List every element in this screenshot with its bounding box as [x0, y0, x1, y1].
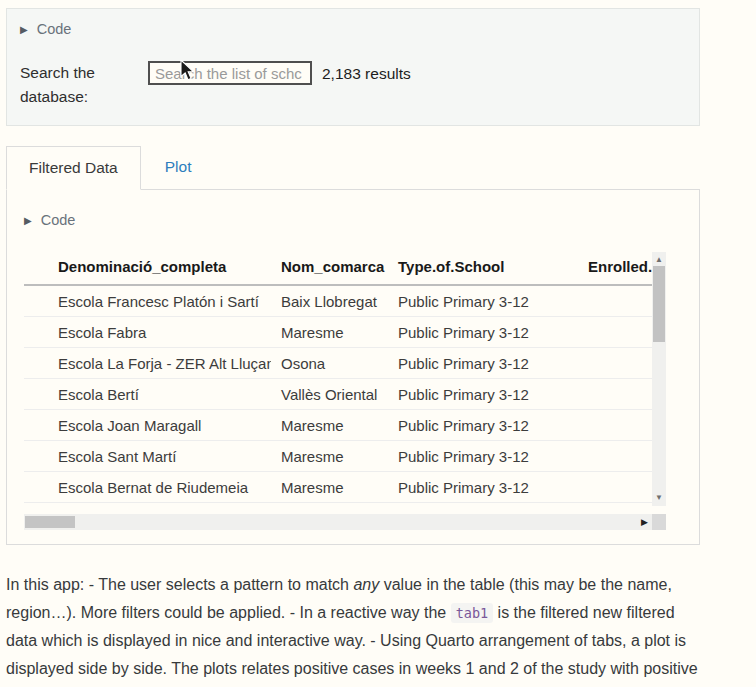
cell-school-type: Public Primary 3-12: [388, 472, 548, 503]
cell-school-type: Public Primary 3-12: [388, 441, 548, 472]
cell-enrolled: [548, 410, 666, 441]
cell-school-type: Public Primary 3-12: [388, 285, 548, 317]
tab-filtered-data[interactable]: Filtered Data: [6, 146, 141, 190]
collapsed-caret-icon: ▶: [20, 24, 28, 35]
cell-comarca: Maresme: [271, 317, 388, 348]
search-panel: ▶ Code Search the database: 2,183 result…: [6, 8, 700, 126]
cell-school-name: Escola Francesc Platón i Sartí: [24, 285, 271, 317]
search-form-row: Search the database: 2,183 results: [20, 61, 685, 109]
column-header-comarca[interactable]: Nom_comarca: [271, 252, 388, 285]
cell-school-name: Escola Fabra: [24, 317, 271, 348]
table-scroll-area: Denominació_completa Nom_comarca Type.of…: [24, 252, 666, 506]
scroll-right-icon[interactable]: ▶: [641, 514, 648, 530]
column-header-enrolled[interactable]: Enrolled.: [548, 252, 666, 285]
cell-enrolled: [548, 348, 666, 379]
code-fold-label: Code: [41, 212, 76, 228]
cell-school-name: Escola Sant Martí: [24, 441, 271, 472]
results-count: 2,183 results: [322, 61, 411, 86]
cell-comarca: Maresme: [271, 441, 388, 472]
table-header-row: Denominació_completa Nom_comarca Type.of…: [24, 252, 666, 285]
tab-plot[interactable]: Plot: [141, 146, 216, 189]
table-row: Escola Francesc Platón i Sartí Baix Llob…: [24, 285, 666, 317]
cell-school-type: Public Primary 3-12: [388, 317, 548, 348]
cell-school-name: Escola Bertí: [24, 379, 271, 410]
table-row: Escola Bernat de Riudemeia Maresme Publi…: [24, 472, 666, 503]
code-fold-toggle-top[interactable]: ▶ Code: [20, 21, 71, 37]
horizontal-scrollbar-thumb[interactable]: [25, 516, 75, 528]
horizontal-scrollbar[interactable]: ▶: [24, 514, 666, 530]
app-description: In this app: - The user selects a patter…: [6, 571, 702, 687]
filtered-data-table: Denominació_completa Nom_comarca Type.of…: [24, 252, 666, 503]
cell-enrolled: [548, 379, 666, 410]
cell-comarca: Baix Llobregat: [271, 285, 388, 317]
cell-comarca: Osona: [271, 348, 388, 379]
table-row: Escola Sant Martí Maresme Public Primary…: [24, 441, 666, 472]
vertical-scrollbar-thumb[interactable]: [653, 266, 665, 342]
cell-school-type: Public Primary 3-12: [388, 379, 548, 410]
cell-school-name: Escola Joan Maragall: [24, 410, 271, 441]
table-row: Escola Fabra Maresme Public Primary 3-12: [24, 317, 666, 348]
collapsed-caret-icon: ▶: [24, 215, 32, 226]
cell-enrolled: [548, 472, 666, 503]
tab-content-filtered-data: ▶ Code Denominació_completa Nom_comarca …: [6, 190, 700, 545]
cell-school-type: Public Primary 3-12: [388, 410, 548, 441]
tabset: Filtered Data Plot ▶ Code Denominació_co…: [6, 146, 700, 545]
filtered-data-table-widget: Denominació_completa Nom_comarca Type.of…: [24, 252, 666, 530]
cell-comarca: Maresme: [271, 410, 388, 441]
search-label: Search the database:: [20, 61, 148, 109]
scroll-down-icon[interactable]: ▼: [652, 492, 666, 504]
cell-school-name: Escola La Forja - ZER Alt Lluçanès: [24, 348, 271, 379]
inline-code-tab1: tab1: [451, 603, 494, 623]
scrollbar-corner: [652, 514, 666, 530]
cell-enrolled: [548, 317, 666, 348]
column-header-type[interactable]: Type.of.School: [388, 252, 548, 285]
code-fold-toggle-table[interactable]: ▶ Code: [24, 212, 75, 228]
cell-enrolled: [548, 285, 666, 317]
column-header-denominacio[interactable]: Denominació_completa: [24, 252, 271, 285]
table-row: Escola Joan Maragall Maresme Public Prim…: [24, 410, 666, 441]
cell-enrolled: [548, 441, 666, 472]
scroll-up-icon[interactable]: ▲: [652, 254, 666, 266]
search-input[interactable]: [148, 61, 312, 85]
description-italic: any: [353, 576, 379, 593]
cell-school-type: Public Primary 3-12: [388, 348, 548, 379]
table-row: Escola Bertí Vallès Oriental Public Prim…: [24, 379, 666, 410]
tab-bar: Filtered Data Plot: [6, 146, 700, 190]
page-content: ▶ Code Search the database: 2,183 result…: [0, 0, 756, 687]
table-row: Escola La Forja - ZER Alt Lluçanès Osona…: [24, 348, 666, 379]
code-fold-label: Code: [37, 21, 72, 37]
description-text: In this app: - The user selects a patter…: [6, 576, 353, 593]
vertical-scrollbar[interactable]: ▲ ▼: [652, 252, 666, 506]
cell-comarca: Vallès Oriental: [271, 379, 388, 410]
cell-comarca: Maresme: [271, 472, 388, 503]
cell-school-name: Escola Bernat de Riudemeia: [24, 472, 271, 503]
